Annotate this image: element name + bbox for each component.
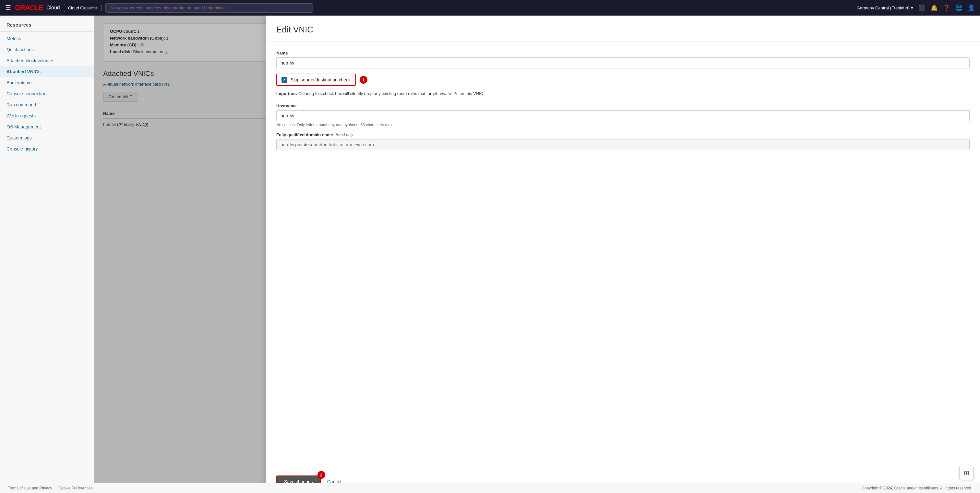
- terminal-icon[interactable]: ⬛: [918, 4, 926, 11]
- sidebar-item-run-command[interactable]: Run command: [0, 99, 94, 110]
- sidebar: Resources Metrics Quick actions Attached…: [0, 16, 94, 493]
- sidebar-item-metrics[interactable]: Metrics: [0, 33, 94, 44]
- globe-icon[interactable]: 🌐: [955, 4, 963, 11]
- hostname-hint: No spaces. Only letters, numbers, and hy…: [276, 122, 970, 127]
- sidebar-section-title: Resources: [0, 16, 94, 30]
- hamburger-menu[interactable]: ☰: [5, 4, 11, 12]
- sidebar-item-work-requests[interactable]: Work requests: [0, 110, 94, 121]
- region-selector[interactable]: Germany Central (Frankfurt) ▾: [857, 5, 913, 10]
- cloud-classic-button[interactable]: Cloud Classic >: [64, 4, 102, 12]
- content-area: OCPU count: 1 Network bandwidth (Gbps): …: [94, 16, 980, 493]
- fqdn-readonly-tag: Read-only: [336, 132, 353, 137]
- nav-right: Germany Central (Frankfurt) ▾ ⬛ 🔔 ❓ 🌐 👤: [857, 4, 975, 11]
- help-widget-button[interactable]: ⊞: [959, 466, 974, 480]
- help-widget-icon: ⊞: [964, 469, 969, 477]
- user-avatar-icon[interactable]: 👤: [968, 4, 975, 11]
- modal-body: Name Skip source/destination check 1 Imp…: [266, 41, 980, 470]
- modal-title: Edit VNIC: [276, 25, 970, 35]
- name-input[interactable]: [276, 57, 970, 68]
- step-badge-2: 2: [318, 471, 325, 479]
- sidebar-item-console-history[interactable]: Console history: [0, 143, 94, 154]
- top-navigation: ☰ ORACLE Cloud Cloud Classic > Germany C…: [0, 0, 980, 16]
- fqdn-label-row: Fully qualified domain name Read-only: [276, 132, 970, 137]
- copyright-text: Copyright © 2024, Oracle and/or its affi…: [862, 486, 972, 490]
- important-notice: Important: Clearing this check box will …: [276, 91, 970, 97]
- sidebar-item-console-connection[interactable]: Console connection: [0, 88, 94, 99]
- sidebar-item-os-management[interactable]: OS Management: [0, 121, 94, 132]
- skip-check-checkbox[interactable]: [282, 77, 287, 83]
- notification-bell-icon[interactable]: 🔔: [931, 4, 938, 11]
- oracle-logo: ORACLE Cloud: [15, 3, 60, 12]
- sidebar-item-attached-vnics[interactable]: Attached VNICs: [0, 66, 94, 77]
- footer-links: Terms of Use and Privacy Cookie Preferen…: [8, 486, 98, 490]
- sidebar-item-boot-volume[interactable]: Boot volume: [0, 77, 94, 88]
- terms-link[interactable]: Terms of Use and Privacy: [8, 486, 52, 490]
- name-label: Name: [276, 51, 970, 56]
- skip-check-label: Skip source/destination check: [291, 77, 350, 83]
- fqdn-input: [276, 139, 970, 150]
- fqdn-label: Fully qualified domain name: [276, 132, 333, 137]
- skip-check-container: Skip source/destination check: [276, 74, 356, 86]
- help-question-icon[interactable]: ❓: [943, 4, 950, 11]
- sidebar-item-quick-actions[interactable]: Quick actions: [0, 44, 94, 55]
- oracle-cloud-text: Cloud: [46, 5, 60, 11]
- cookies-link[interactable]: Cookie Preferences: [58, 486, 92, 490]
- sidebar-item-custom-logs[interactable]: Custom logs: [0, 132, 94, 143]
- search-input[interactable]: [105, 3, 313, 13]
- modal-header: Edit VNIC: [266, 16, 980, 41]
- page-footer: Terms of Use and Privacy Cookie Preferen…: [0, 483, 980, 493]
- edit-vnic-modal: Edit VNIC Name Skip source/destination c…: [266, 16, 980, 493]
- hostname-input[interactable]: [276, 110, 970, 121]
- hostname-label: Hostname: [276, 103, 970, 108]
- oracle-logo-text: ORACLE: [15, 3, 43, 12]
- sidebar-item-attached-block-volumes[interactable]: Attached block volumes: [0, 55, 94, 66]
- step-badge-1: 1: [360, 76, 368, 84]
